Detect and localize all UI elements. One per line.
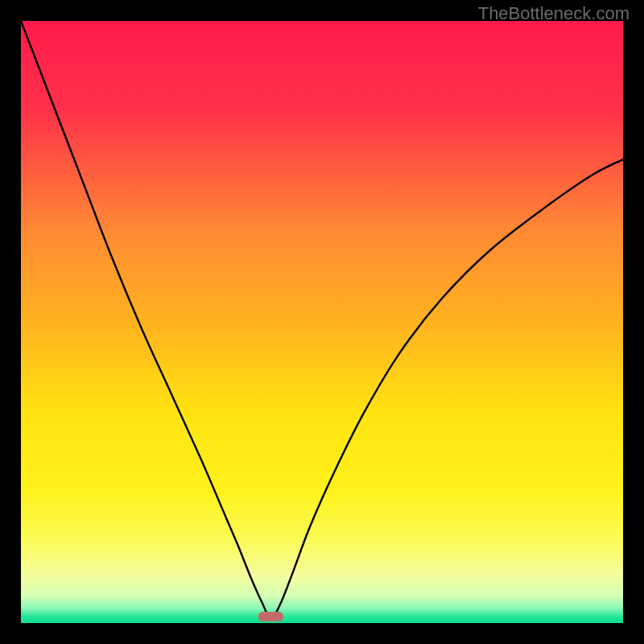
chart-svg (21, 21, 623, 623)
chart-background-gradient (21, 21, 623, 623)
chart-plot-area (21, 21, 623, 623)
watermark-text: TheBottleneck.com (478, 3, 630, 24)
optimum-marker (258, 612, 283, 621)
